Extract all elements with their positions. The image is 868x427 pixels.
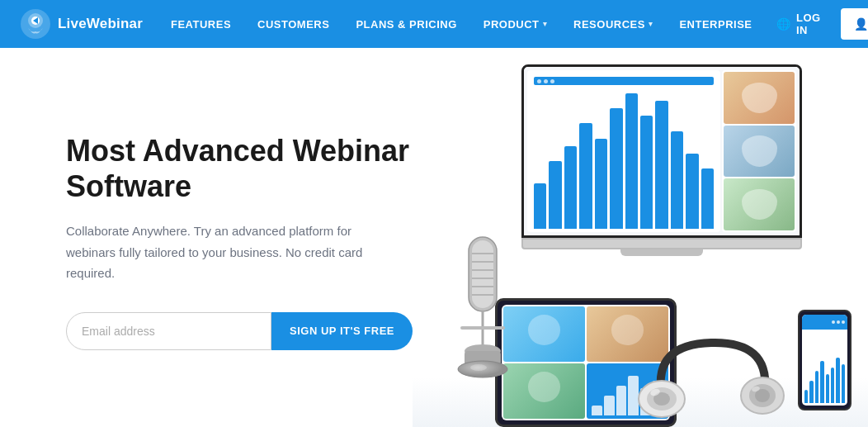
tablet-bar (616, 386, 627, 415)
svg-point-15 (470, 364, 487, 371)
phone-bar (820, 361, 823, 403)
chart-bar (671, 131, 683, 229)
phone-dot-3 (842, 320, 845, 324)
chart-bar (701, 168, 714, 229)
signup-cta-button[interactable]: SIGN UP IT'S FREE (271, 312, 413, 350)
laptop-chart-bars (534, 90, 714, 229)
resources-caret-icon: ▾ (649, 20, 653, 28)
laptop-base (521, 238, 802, 249)
phone-content (802, 330, 847, 406)
phone-bar (809, 381, 813, 404)
chart-bar (549, 161, 561, 229)
email-input[interactable] (66, 312, 271, 350)
laptop-chart-area (527, 70, 720, 232)
person-icon: 👤 (854, 17, 868, 31)
phone-bar (826, 374, 829, 403)
phone-body (798, 310, 851, 410)
logo-icon (20, 8, 51, 40)
tablet-bar (604, 396, 615, 415)
phone-bar (842, 364, 845, 403)
video-thumb-2 (724, 126, 795, 178)
phone-bar (815, 371, 818, 403)
hero-section: Most Advanced Webinar Software Collabora… (0, 48, 868, 427)
phone-bar (804, 390, 808, 403)
logo[interactable]: LiveWebinar (20, 8, 143, 40)
chart-bar (655, 101, 668, 229)
hero-form: SIGN UP IT'S FREE (66, 312, 413, 350)
laptop-illustration (521, 64, 802, 256)
globe-icon: 🌐 (776, 17, 791, 31)
login-button[interactable]: 🌐 LOG IN (765, 0, 832, 48)
nav-item-customers[interactable]: CUSTOMERS (244, 0, 342, 48)
nav-item-enterprise[interactable]: ENTERPRISE (666, 0, 765, 48)
chart-bar (686, 154, 698, 229)
product-caret-icon: ▾ (543, 20, 548, 28)
phone-screen (802, 315, 847, 406)
signup-button[interactable]: 👤 FREE SIGN UP (841, 8, 868, 40)
chart-bar (625, 93, 638, 229)
hero-subtitle: Collaborate Anywhere. Try an advanced pl… (66, 221, 396, 284)
chart-bar (579, 123, 592, 229)
nav-links: FEATURES CUSTOMERS PLANS & PRICING PRODU… (158, 0, 766, 48)
chart-bar (640, 116, 653, 229)
navbar: LiveWebinar FEATURES CUSTOMERS PLANS & P… (0, 0, 868, 48)
video-thumb-1 (724, 72, 795, 124)
nav-right: 🌐 LOG IN 👤 FREE SIGN UP (765, 0, 868, 48)
chart-bar (534, 183, 546, 229)
tablet-bar (592, 406, 602, 415)
nav-item-product[interactable]: PRODUCT ▾ (470, 0, 560, 48)
phone-bar (836, 358, 839, 403)
phone-bar (831, 368, 834, 403)
logo-text: LiveWebinar (58, 16, 143, 32)
laptop-video-panel (722, 70, 796, 232)
phone-topbar (802, 315, 847, 330)
laptop-topbar (534, 77, 714, 85)
phone-illustration (798, 310, 851, 410)
nav-item-plans[interactable]: PLANS & PRICING (342, 0, 469, 48)
headphones-illustration (637, 328, 785, 427)
phone-dot-2 (837, 320, 840, 324)
hero-title: Most Advanced Webinar Software (66, 133, 413, 204)
nav-item-resources[interactable]: RESOURCES ▾ (560, 0, 666, 48)
chart-bar (610, 108, 622, 229)
phone-chart-bars (804, 358, 845, 403)
svg-rect-4 (472, 240, 493, 308)
chart-bar (595, 139, 607, 229)
chart-bar (564, 146, 577, 229)
laptop-stand (620, 249, 703, 256)
phone-dot-1 (832, 320, 835, 324)
hero-content: Most Advanced Webinar Software Collabora… (0, 48, 413, 427)
nav-item-features[interactable]: FEATURES (158, 0, 244, 48)
microphone-illustration (437, 229, 528, 394)
hero-visual (413, 48, 868, 427)
video-thumb-3 (724, 178, 795, 230)
laptop-screen (521, 64, 802, 238)
